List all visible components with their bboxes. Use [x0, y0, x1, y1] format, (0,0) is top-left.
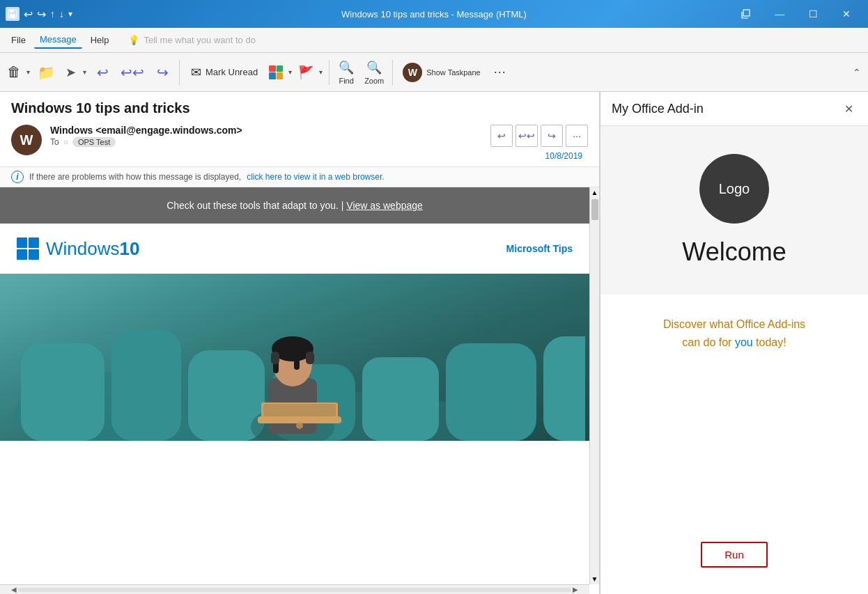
scroll-up-arrow[interactable]: ▲: [590, 187, 599, 198]
view-as-webpage-link[interactable]: View as webpage: [346, 200, 422, 211]
close-button[interactable]: ✕: [830, 3, 862, 25]
run-button[interactable]: Run: [701, 542, 768, 568]
addin-you-text: you: [735, 336, 753, 348]
ribbon-collapse-icon[interactable]: ⌃: [850, 64, 864, 81]
restore-button[interactable]: [730, 3, 762, 25]
minimize-button[interactable]: —: [764, 3, 796, 25]
mark-unread-button[interactable]: ✉ Mark Unread: [184, 56, 265, 89]
move-dropdown-main[interactable]: ➤: [61, 56, 80, 89]
move-button[interactable]: 📁: [33, 56, 59, 89]
zoom-button[interactable]: 🔍 Zoom: [360, 56, 388, 89]
windows-flag-icon: [17, 237, 39, 260]
windows-text: Windows10: [46, 238, 139, 260]
menu-message[interactable]: Message: [34, 31, 82, 49]
redo-icon[interactable]: ↪: [37, 8, 46, 21]
ribbon-collapse-area: ⌃: [850, 64, 864, 81]
ribbon-sep-2: [329, 60, 330, 85]
menu-help[interactable]: Help: [85, 32, 115, 48]
addin-logo-section: Logo Welcome: [600, 126, 868, 295]
hero-svg: [0, 274, 585, 441]
maximize-button[interactable]: ☐: [797, 3, 829, 25]
lightbulb-icon: 💡: [128, 35, 139, 45]
email-subject: Windows 10 tips and tricks: [11, 100, 588, 116]
h-scroll-track: [18, 588, 571, 592]
addin-discover-text: Discover what Office Add-ins can do for …: [663, 315, 805, 351]
reply-button[interactable]: ↩: [490, 125, 513, 147]
scroll-track: [590, 198, 599, 574]
dropdown-icon[interactable]: ▾: [68, 9, 72, 19]
svg-rect-1: [10, 10, 14, 13]
scroll-thumb[interactable]: [591, 199, 598, 220]
reply-all-email-button[interactable]: ↩↩: [516, 125, 538, 147]
menu-bar: File Message Help 💡 Tell me what you wan…: [0, 28, 868, 53]
ribbon-sep-3: [392, 60, 393, 85]
flag-top-right: [29, 237, 39, 248]
addin-discover-line1: Discover what Office Add-ins: [663, 315, 805, 334]
reply-all-icon: ↩↩: [121, 64, 144, 81]
windows-number: 10: [119, 238, 139, 259]
save-icon[interactable]: [6, 7, 20, 21]
svg-rect-20: [306, 352, 314, 364]
addin-welcome-text: Welcome: [682, 237, 786, 267]
ribbon-sep-1: [179, 60, 180, 85]
warning-text: If there are problems with how this mess…: [29, 172, 241, 182]
flag-main[interactable]: 🚩: [295, 56, 316, 89]
ribbon: 🗑 ▾ 📁 ➤ ▾ ↩ ↩↩ ↪ ✉ Mark Unread: [0, 53, 868, 92]
show-taskpane-button[interactable]: W Show Taskpane: [397, 56, 486, 89]
addin-close-button[interactable]: ✕: [840, 100, 857, 117]
svg-rect-18: [294, 349, 300, 370]
addin-logo-text: Logo: [719, 181, 750, 197]
up-icon[interactable]: ↑: [50, 8, 55, 19]
down-icon[interactable]: ↓: [59, 8, 64, 19]
color-cat-main[interactable]: [266, 56, 286, 89]
action-buttons: ↩ ↩↩ ↪ ···: [490, 125, 588, 147]
svg-rect-19: [271, 352, 279, 364]
more-button[interactable]: ···: [488, 56, 513, 89]
delete-dropdown-arrow[interactable]: ▾: [24, 56, 32, 89]
reply-all-button[interactable]: ↩↩: [116, 56, 148, 89]
to-label: To: [50, 137, 59, 147]
scroll-left-arrow[interactable]: ◀: [10, 586, 18, 593]
reply-back-button[interactable]: ↩: [90, 56, 115, 89]
forward-icon: ↪: [157, 64, 169, 81]
scroll-right-arrow[interactable]: ▶: [571, 586, 580, 593]
delete-button[interactable]: 🗑 ▾: [4, 56, 32, 89]
email-body-wrapper: ▲ ▼ Check out these tools that adapt to …: [0, 187, 599, 594]
email-banner: Check out these tools that adapt to you.…: [0, 187, 589, 224]
undo-icon[interactable]: ↩: [24, 8, 33, 21]
find-button[interactable]: 🔍 Find: [334, 56, 359, 89]
email-content-section: Windows10 Microsoft Tips: [0, 224, 589, 274]
vertical-scrollbar[interactable]: ▲ ▼: [589, 187, 599, 584]
more-actions-button[interactable]: ···: [566, 125, 588, 147]
flag-dropdown-arrow[interactable]: ▾: [316, 56, 325, 89]
more-actions-icon: ···: [573, 130, 581, 141]
windows-logo: Windows10: [17, 237, 139, 260]
hero-image: [0, 274, 589, 441]
zoom-icon: 🔍: [366, 60, 382, 75]
move-dropdown-arrow[interactable]: ▾: [80, 56, 88, 89]
search-placeholder-text: Tell me what you want to do: [144, 35, 255, 45]
email-footer: [0, 441, 589, 476]
scroll-down-arrow[interactable]: ▼: [590, 574, 599, 584]
sender-to: To ○ OPS Test: [50, 137, 242, 147]
view-browser-link[interactable]: click here to view it in a web browser.: [247, 172, 384, 182]
flag-bottom-right: [29, 249, 39, 260]
windows-word: Windows: [46, 238, 119, 259]
flag-button[interactable]: 🚩 ▾: [295, 56, 325, 89]
warning-bar: i If there are problems with how this me…: [0, 167, 599, 187]
delete-button-main[interactable]: 🗑: [4, 56, 24, 89]
flag-bottom-left: [17, 249, 27, 260]
forward-button[interactable]: ↪: [150, 56, 175, 89]
forward-email-button[interactable]: ↪: [541, 125, 563, 147]
svg-rect-6: [21, 343, 104, 441]
horizontal-scrollbar[interactable]: ◀ ▶: [0, 584, 589, 594]
color-categories-button[interactable]: ▾: [266, 56, 294, 89]
color-cat-dropdown-arrow[interactable]: ▾: [286, 56, 294, 89]
menu-file[interactable]: File: [6, 32, 31, 48]
microsoft-tips-link[interactable]: Microsoft Tips: [506, 243, 573, 254]
addin-body: Discover what Office Add-ins can do for …: [600, 295, 868, 594]
svg-rect-11: [446, 343, 536, 441]
move-dropdown-button[interactable]: ➤ ▾: [61, 56, 88, 89]
chevron-right-icon: ➤: [65, 65, 76, 80]
menu-search: 💡 Tell me what you want to do: [128, 35, 255, 45]
